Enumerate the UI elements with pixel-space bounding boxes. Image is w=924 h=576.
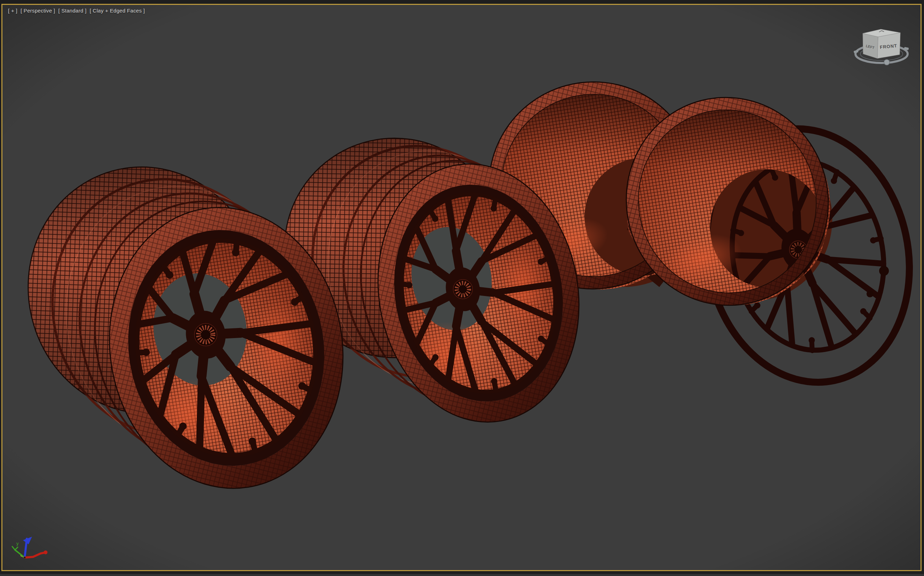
x-axis-arrowhead [44,550,48,554]
viewport-pov-menu[interactable]: [ Perspective ] [21,8,55,14]
z-axis-arrowhead [23,537,32,544]
wheel-hub [194,323,218,346]
viewport-shading-menu[interactable]: [ Clay + Edged Faces ] [90,8,145,14]
viewcube-cube[interactable]: FRONT LEFT [863,29,900,58]
viewport-label: [ + ] [ Perspective ] [ Standard ] [ Cla… [8,8,145,14]
viewcube[interactable]: FRONT LEFT [852,22,911,67]
compass-nub-south[interactable] [884,59,890,65]
y-axis [15,550,25,558]
y-axis-arrowhead [12,546,18,550]
perspective-viewport[interactable]: [ + ] [ Perspective ] [ Standard ] [ Cla… [2,4,922,571]
world-axis-tripod: y [7,532,53,567]
wheel-hub [453,279,473,299]
y-axis-label: y [16,541,19,546]
application-frame: [ + ] [ Perspective ] [ Standard ] [ Cla… [0,0,924,576]
scene-canvas[interactable] [2,5,921,570]
x-axis [25,553,44,558]
viewport-general-menu[interactable]: [ + ] [8,8,18,14]
axis-origin [24,557,26,558]
compass-nub-west[interactable] [854,50,858,53]
frame-bottom-strip [0,574,924,576]
viewport-renderer-menu[interactable]: [ Standard ] [58,8,86,14]
